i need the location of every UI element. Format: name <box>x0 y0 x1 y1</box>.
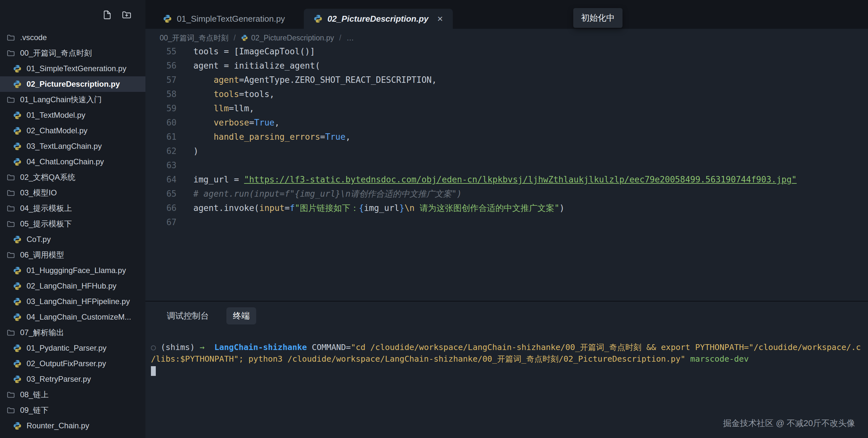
file-item[interactable]: 02_OutputFixParser.py <box>0 356 146 371</box>
new-folder-icon[interactable] <box>121 10 132 20</box>
terminal-token: (shims) <box>161 343 199 352</box>
file-item[interactable]: 02_ChatModel.py <box>0 123 146 138</box>
panel-tab-label: 终端 <box>233 311 250 321</box>
file-item[interactable]: .vscode <box>0 30 146 45</box>
code-token: llm <box>214 103 229 113</box>
file-item[interactable]: 00_开篇词_奇点时刻 <box>0 45 146 61</box>
file-item-label: 04_提示模板上 <box>20 203 72 213</box>
python-icon <box>13 344 22 352</box>
python-icon <box>13 360 22 368</box>
file-item[interactable]: 02_文档QA系统 <box>0 169 146 185</box>
file-item-selected[interactable]: 02_PictureDescription.py <box>0 76 146 92</box>
file-item-label: 06_调用模型 <box>20 250 64 260</box>
python-icon <box>13 111 22 120</box>
file-item[interactable]: 01_LangChain快速入门 <box>0 92 146 107</box>
breadcrumb-separator: / <box>339 34 341 42</box>
file-item[interactable]: 07_解析输出 <box>0 325 146 340</box>
python-icon <box>13 127 22 135</box>
file-item-label: 02_文档QA系统 <box>20 172 75 182</box>
new-file-icon[interactable] <box>102 10 113 20</box>
folder-icon <box>6 204 15 213</box>
file-item-label: 01_HugggingFace_Llama.py <box>27 266 126 275</box>
file-item[interactable]: Rounter_Chain.py <box>0 418 146 434</box>
code-token: f <box>289 203 295 213</box>
code-line: 67 <box>146 215 868 229</box>
editor-area: 01_SimpleTextGeneration.py02_PictureDesc… <box>146 0 868 438</box>
code-token <box>193 132 214 142</box>
code-line: 66agent.invoke(input=f"图片链接如下：{img_url}\… <box>146 201 868 215</box>
folder-icon <box>6 173 15 182</box>
file-item[interactable]: 03_模型IO <box>0 185 146 201</box>
code-token: , <box>274 118 280 128</box>
file-item[interactable]: 01_HugggingFace_Llama.py <box>0 263 146 278</box>
terminal-token: "cd /cloudide/workspace/LangChain-shizha… <box>351 343 861 352</box>
panel-tab-active[interactable]: 终端 <box>226 307 256 325</box>
code-line: 57 agent=AgentType.ZERO_SHOT_REACT_DESCR… <box>146 73 868 87</box>
file-explorer: .vscode00_开篇词_奇点时刻01_SimpleTextGeneratio… <box>0 0 146 438</box>
folder-icon <box>6 251 15 260</box>
file-item[interactable]: 04_提示模板上 <box>0 201 146 216</box>
file-item[interactable]: 01_Pydantic_Parser.py <box>0 340 146 356</box>
file-item-label: 09_链下 <box>20 405 49 415</box>
file-item-label: CoT.py <box>27 235 51 244</box>
file-item[interactable]: 03_RetryParser.py <box>0 371 146 387</box>
close-icon[interactable]: × <box>437 14 443 24</box>
file-item[interactable]: 02_LangChain_HFHub.py <box>0 278 146 294</box>
code-line: 61 handle_parsing_errors=True, <box>146 130 868 144</box>
code-token: True <box>325 132 346 142</box>
breadcrumb-segment[interactable]: 02_PictureDescription.py <box>241 34 334 42</box>
file-item[interactable]: 03_LangChain_HFPipeline.py <box>0 294 146 309</box>
code-token: img_url <box>364 203 399 213</box>
file-item-label: 02_PictureDescription.py <box>27 79 120 89</box>
code-token: agent.invoke( <box>193 203 259 213</box>
tab-label: 02_PictureDescription.py <box>328 14 429 24</box>
file-item[interactable]: CoT.py <box>0 232 146 247</box>
file-item-label: 02_OutputFixParser.py <box>27 359 106 368</box>
file-item[interactable]: 01_SimpleTextGeneration.py <box>0 61 146 76</box>
code-token: tools <box>214 89 239 99</box>
breadcrumb-label: … <box>346 34 354 42</box>
file-item-label: 08_链上 <box>20 390 49 400</box>
line-number: 63 <box>146 158 177 172</box>
file-item[interactable]: 06_调用模型 <box>0 247 146 263</box>
file-item[interactable]: 04_LangChain_CustomizeM... <box>0 309 146 325</box>
breadcrumb-segment[interactable]: … <box>346 34 354 42</box>
breadcrumb: 00_开篇词_奇点时刻/02_PictureDescription.py/… <box>146 29 868 47</box>
code-line: 59 llm=llm, <box>146 101 868 115</box>
file-item[interactable]: 09_链下 <box>0 402 146 418</box>
file-item[interactable]: 08_链上 <box>0 387 146 402</box>
code-token: img_url = <box>193 175 244 184</box>
tab[interactable]: 01_SimpleTextGeneration.py <box>153 9 295 29</box>
python-icon <box>13 313 22 322</box>
panel-tab-label: 调试控制台 <box>167 311 209 321</box>
line-number: 58 <box>146 87 177 101</box>
folder-icon <box>6 95 15 104</box>
code-token: "图片链接如下： <box>295 203 359 213</box>
file-item[interactable]: 01_TextModel.py <box>0 107 146 123</box>
code-link[interactable]: "https://lf3-static.bytednsdoc.com/obj/e… <box>244 175 797 184</box>
code-token: # agent.run(input=f"{img_url}\n请创作合适的中文推… <box>193 189 462 199</box>
breadcrumb-segment[interactable]: 00_开篇词_奇点时刻 <box>160 33 228 43</box>
code-token: 请为这张图创作合适的中文推广文案" <box>414 203 559 213</box>
code-content: 55tools = [ImageCapTool()]56agent = init… <box>146 47 868 229</box>
panel-tab[interactable]: 调试控制台 <box>160 307 215 325</box>
breadcrumb-label: 00_开篇词_奇点时刻 <box>160 33 228 43</box>
line-number: 66 <box>146 201 177 215</box>
terminal-cursor <box>151 366 156 376</box>
code-editor[interactable]: 55tools = [ImageCapTool()]56agent = init… <box>146 47 868 301</box>
terminal-line: /libs:$PYTHONPATH"; python3 /cloudide/wo… <box>151 353 865 365</box>
code-token: ) <box>559 203 564 213</box>
line-number: 65 <box>146 187 177 201</box>
init-status-toast: 初始化中 <box>573 8 622 28</box>
python-icon <box>13 64 22 73</box>
folder-icon <box>6 49 15 58</box>
tab-active[interactable]: 02_PictureDescription.py× <box>304 9 453 29</box>
code-token: ) <box>193 146 198 156</box>
file-item-label: 04_ChatLongChain.py <box>27 157 104 166</box>
code-token: =llm, <box>229 103 254 113</box>
file-item[interactable]: 05_提示模板下 <box>0 216 146 232</box>
file-item[interactable]: 04_ChatLongChain.py <box>0 154 146 169</box>
file-item[interactable]: 03_TextLangChain.py <box>0 138 146 154</box>
terminal-line: ○ (shims) → LangChain-shizhanke COMMAND=… <box>151 342 865 353</box>
panel-tab-bar: 调试控制台终端 <box>146 302 868 324</box>
